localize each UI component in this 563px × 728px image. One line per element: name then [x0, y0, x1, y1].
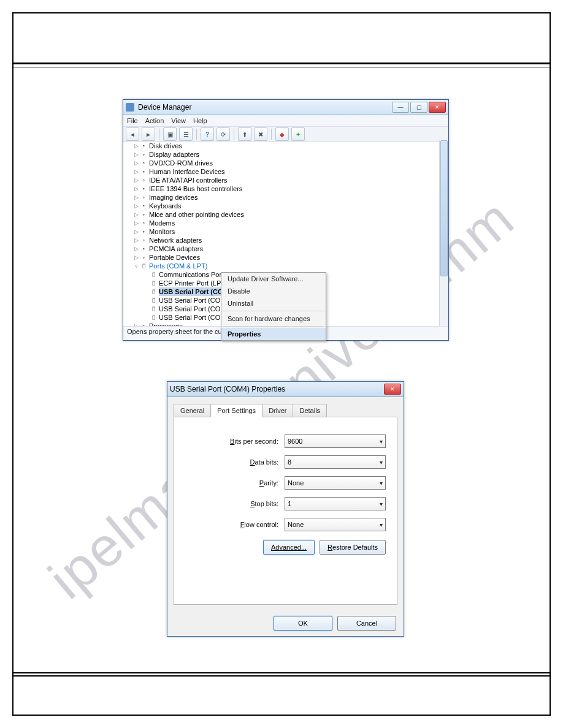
- tab-strip: GeneralPort SettingsDriverDetails: [174, 403, 397, 417]
- context-menu: Update Driver Software...DisableUninstal…: [221, 272, 326, 341]
- tree-item[interactable]: ▷▫Modems: [127, 219, 436, 227]
- tree-item[interactable]: ▷▫IEEE 1394 Bus host controllers: [127, 184, 436, 193]
- tree-item[interactable]: ▷▫DVD/CD-ROM drives: [127, 159, 436, 167]
- properties-dialog: USB Serial Port (COM4) Properties ✕ Gene…: [167, 381, 404, 637]
- menu-help[interactable]: Help: [193, 117, 207, 124]
- tree-item[interactable]: ▷▫Display adapters: [127, 150, 436, 159]
- close-button[interactable]: ✕: [429, 102, 446, 113]
- forward-button[interactable]: ►: [142, 127, 155, 141]
- up-button[interactable]: ▣: [163, 127, 177, 141]
- titlebar[interactable]: Device Manager — ▢ ✕: [123, 100, 448, 115]
- minimize-button[interactable]: —: [392, 102, 409, 113]
- tree-item[interactable]: ▷▫Network adapters: [127, 236, 436, 245]
- scan-button[interactable]: ⟳: [216, 127, 230, 141]
- device-manager-icon: [126, 103, 134, 112]
- dropdown[interactable]: None: [285, 476, 386, 490]
- tab-pane: Bits per second:9600Data bits:8Parity:No…: [174, 417, 397, 605]
- divider: [13, 672, 550, 677]
- tree-item[interactable]: ▷▫Portable Devices: [127, 253, 436, 262]
- tab[interactable]: Details: [293, 404, 327, 417]
- icon-button[interactable]: ◆: [275, 127, 289, 141]
- tree-item[interactable]: ▷▫IDE ATA/ATAPI controllers: [127, 176, 436, 184]
- maximize-button[interactable]: ▢: [410, 102, 427, 113]
- tree-item[interactable]: ▷▫Human Interface Devices: [127, 167, 436, 176]
- ok-button[interactable]: OK: [274, 616, 332, 631]
- dialog-title: USB Serial Port (COM4) Properties: [170, 385, 285, 393]
- menubar: File Action View Help: [123, 115, 448, 127]
- dropdown[interactable]: 8: [285, 455, 386, 469]
- context-item[interactable]: Scan for hardware changes: [221, 313, 326, 325]
- dropdown[interactable]: None: [285, 518, 386, 531]
- advanced-button[interactable]: Advanced...: [263, 540, 315, 555]
- context-item[interactable]: Disable: [221, 285, 326, 297]
- back-button[interactable]: ◄: [126, 127, 139, 141]
- context-item[interactable]: Uninstall: [221, 297, 326, 309]
- field-label: Stop bits:: [185, 500, 285, 507]
- field-label: Data bits:: [185, 458, 285, 466]
- tree-item[interactable]: ▷▫Mice and other pointing devices: [127, 210, 436, 219]
- menu-view[interactable]: View: [171, 117, 186, 124]
- dialog-footer: OK Cancel: [167, 611, 404, 635]
- uninstall-button[interactable]: ✖: [254, 127, 267, 141]
- field-label: Flow control:: [185, 521, 285, 528]
- cancel-button[interactable]: Cancel: [337, 616, 396, 631]
- tab[interactable]: Port Settings: [210, 404, 262, 417]
- context-item[interactable]: Properties: [221, 328, 326, 340]
- context-item[interactable]: Update Driver Software...: [221, 273, 326, 285]
- close-button[interactable]: ✕: [384, 384, 401, 395]
- tree-item-ports[interactable]: ▿⌷Ports (COM & LPT): [127, 262, 436, 270]
- scroll-thumb[interactable]: [440, 140, 448, 276]
- menu-file[interactable]: File: [127, 117, 138, 124]
- tree-item[interactable]: ▷▫Keyboards: [127, 202, 436, 210]
- tree-item[interactable]: ▷▫PCMCIA adapters: [127, 245, 436, 253]
- dropdown[interactable]: 9600: [285, 434, 386, 448]
- field-label: Bits per second:: [185, 438, 285, 445]
- tab[interactable]: Driver: [262, 404, 293, 417]
- props-button[interactable]: ☰: [179, 127, 193, 141]
- scrollbar[interactable]: [439, 140, 448, 329]
- field-label: Parity:: [185, 479, 285, 487]
- tree-item[interactable]: ▷▫Disk drives: [127, 142, 436, 150]
- window-title: Device Manager: [138, 103, 191, 112]
- divider: [13, 63, 550, 67]
- dropdown[interactable]: 1: [285, 497, 386, 510]
- tree-item[interactable]: ▷▫Monitors: [127, 227, 436, 236]
- restore-defaults-button[interactable]: Restore Defaults: [320, 540, 386, 555]
- tree-item[interactable]: ▷▫Imaging devices: [127, 193, 436, 202]
- icon-button[interactable]: ✦: [291, 127, 305, 141]
- help-button[interactable]: ?: [201, 127, 214, 141]
- titlebar[interactable]: USB Serial Port (COM4) Properties ✕: [167, 382, 404, 397]
- tab[interactable]: General: [174, 404, 211, 417]
- menu-action[interactable]: Action: [145, 117, 164, 124]
- update-button[interactable]: ⬆: [238, 127, 251, 141]
